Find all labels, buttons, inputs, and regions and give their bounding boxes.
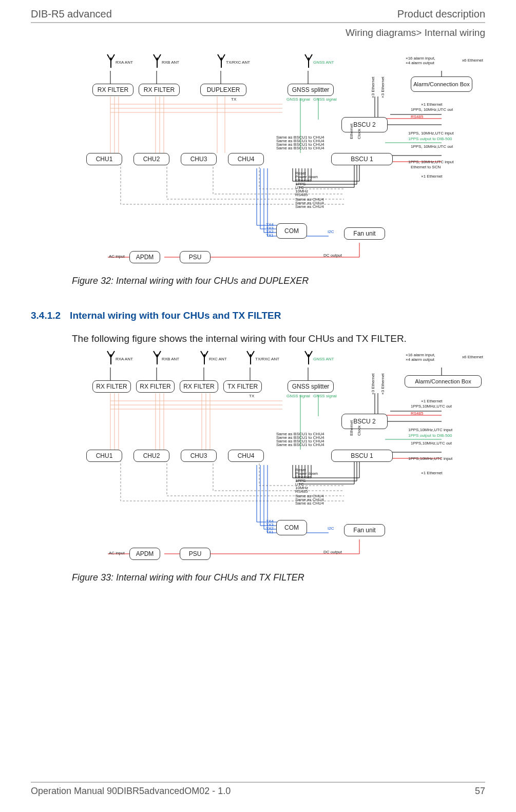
ac-input-33: AC input xyxy=(109,551,125,555)
bscu1-33: BSCU 1 xyxy=(331,450,393,462)
txrxc-ant-label: TX/RXC ANT xyxy=(226,60,250,65)
tx1-33: TX1 xyxy=(266,530,274,534)
pps-out-b-33: 1PPS,10MHz,UTC out xyxy=(411,441,452,446)
rxa-ant-label-33: RXA ANT xyxy=(116,357,133,361)
rxa-ant-label: RXA ANT xyxy=(116,60,133,65)
psu: PSU xyxy=(180,251,211,263)
rxb-ant-label: RXB ANT xyxy=(162,60,179,65)
x3-eth-a-33: ×3 Ethernet xyxy=(371,373,375,395)
tx-label: TX xyxy=(231,97,236,102)
same-b4-33: Same as BSCU1 to CHU4 xyxy=(276,442,324,447)
product-name: DIB-R5 advanced xyxy=(31,8,112,20)
pps-out-b: 1PPS, 10MHz,UTC out xyxy=(411,144,453,149)
gnss-ant-label: GNSS ANT xyxy=(313,60,334,65)
alarm-io-33: ×16 alarm input, ×4 alarm output xyxy=(406,353,435,362)
dc-output-label: DC output xyxy=(323,253,342,258)
figure-33-diagram: RXA ANT RXB ANT RXC ANT TX/RXC ANT GNSS … xyxy=(72,350,488,565)
rx-filter-2: RX FILTER xyxy=(139,84,180,96)
eth-scn: Ethernet to SCN xyxy=(411,165,441,169)
clock-vertical-33: Clock xyxy=(357,426,361,436)
fan-unit-33: Fan unit xyxy=(344,524,385,536)
gnss-ant-label-33: GNSS ANT xyxy=(313,357,334,361)
bscu1: BSCU 1 xyxy=(331,153,393,165)
rxc-ant-label-33: RXC ANT xyxy=(209,357,227,361)
gnss-signal-r-33: GNSS signal xyxy=(313,394,337,398)
x3-eth-a: ×3 Ethernet xyxy=(371,76,375,98)
bscu2-33: BSCU 2 xyxy=(341,414,388,429)
rx-filter-2-33: RX FILTER xyxy=(136,380,175,393)
gnss-splitter: GNSS splitter xyxy=(288,84,334,96)
rs485-small-33: RS485 xyxy=(295,489,308,494)
rs485-small: RS485 xyxy=(295,192,308,197)
rs485-side: RS485 xyxy=(411,114,423,119)
page-number: 57 xyxy=(475,786,485,797)
x3-eth-b-33: ×3 Ethernet xyxy=(380,373,385,395)
chu3: CHU3 xyxy=(181,153,217,165)
rx-filter-3-33: RX FILTER xyxy=(180,380,218,393)
dib500-label: 1PPS output to DIB-500 xyxy=(408,137,452,141)
chu2: CHU2 xyxy=(133,153,169,165)
rx-filter-1: RX FILTER xyxy=(92,84,133,96)
figure-32-caption: Figure 32: Internal wiring with four CHU… xyxy=(72,276,485,286)
gnss-splitter-33: GNSS splitter xyxy=(288,380,334,393)
ethernet-vertical: Ethernet xyxy=(349,124,354,139)
alarm-io-label: ×16 alarm input, ×4 alarm output xyxy=(406,56,435,65)
figure-33-caption: Figure 33: Internal wiring with four CHU… xyxy=(72,572,485,583)
section-intro: The following figure shows the internal … xyxy=(72,333,485,345)
x6-ethernet-33: x6 Ethernet xyxy=(462,355,483,359)
com-33: COM xyxy=(276,520,307,535)
footer-manual-id: Operation Manual 90DIBR5advancedOM02 - 1… xyxy=(31,786,231,797)
tx-filter-33: TX FILTER xyxy=(223,380,262,393)
apdm: APDM xyxy=(129,251,160,263)
fan-unit: Fan unit xyxy=(344,227,385,240)
ethernet-vertical-33: Ethernet xyxy=(349,420,354,435)
chu4: CHU4 xyxy=(228,153,264,165)
rxb-ant-label-33: RXB ANT xyxy=(162,357,179,361)
alarm-connection-box-33: Alarm/Connection Box xyxy=(405,375,482,388)
x6-ethernet-label: x6 Ethernet xyxy=(462,58,483,63)
pps-in-a: 1PPS, 10MHz,UTC input xyxy=(408,131,453,136)
chu4-33: CHU4 xyxy=(228,450,264,462)
gnss-signal-r: GNSS signal xyxy=(313,97,337,102)
section-name: Product description xyxy=(397,8,485,20)
figure-32-diagram: RXA ANT RXB ANT TX/RXC ANT GNSS ANT RX F… xyxy=(72,53,488,268)
same-c3: Same as CHU4 xyxy=(295,204,324,209)
gnss-signal-l: GNSS signal xyxy=(286,97,310,102)
alarm-connection-box: Alarm/Connection Box xyxy=(411,76,472,92)
same-b4: Same as BSCU1 to CHU4 xyxy=(276,146,324,150)
dc-output-33: DC output xyxy=(323,550,342,554)
x3-eth-b: ×3 Ethernet xyxy=(380,76,385,98)
chu3-33: CHU3 xyxy=(181,450,217,462)
section-number: 3.4.1.2 xyxy=(31,310,61,321)
x1-eth-b: ×1 Ethernet xyxy=(421,174,443,179)
chu2-33: CHU2 xyxy=(133,450,169,462)
rx-filter-1-33: RX FILTER xyxy=(92,380,131,393)
txrxc-ant-label-33: TX/RXC ANT xyxy=(255,357,279,361)
section-title: Internal wiring with four CHUs and TX FI… xyxy=(70,310,281,321)
clock-vertical: Clock xyxy=(357,129,361,139)
pps-in-b-33: 1PPS,10MHz,UTC input xyxy=(408,456,452,461)
apdm-33: APDM xyxy=(129,548,160,560)
x1-eth-a-33: ×1 Ethernet xyxy=(421,399,443,403)
gnss-signal-l-33: GNSS signal xyxy=(286,394,310,398)
i2c-label: I2C xyxy=(328,229,334,234)
same-c3-33: Same as CHU4 xyxy=(295,501,324,506)
chu1: CHU1 xyxy=(86,153,122,165)
bscu2: BSCU 2 xyxy=(341,117,388,132)
x1-eth-a: ×1 Ethernet xyxy=(421,102,443,107)
tx1-label: TX1 xyxy=(266,233,274,238)
chu1-33: CHU1 xyxy=(86,450,122,462)
x1-eth-b-33: ×1 Ethernet xyxy=(421,471,443,475)
breadcrumb: Wiring diagrams> Internal wiring xyxy=(31,27,485,38)
i2c-33: I2C xyxy=(328,526,334,531)
pps-out-a-33: 1PPS,10MHz,UTC out xyxy=(411,404,452,409)
ac-input-label: AC input xyxy=(109,254,125,259)
pps-in-b: 1PPS, 10MHz,UTC input xyxy=(408,160,453,164)
pps-out-a: 1PPS, 10MHz,UTC out xyxy=(411,107,453,112)
duplexer: DUPLEXER xyxy=(200,84,246,96)
pps-in-a-33: 1PPS,10MHz,UTC input xyxy=(408,428,452,432)
com: COM xyxy=(276,223,307,239)
tx-label-33: TX xyxy=(249,394,254,398)
dib500-33: 1PPS output to DIB-500 xyxy=(408,433,452,438)
rs485-side-33: RS485 xyxy=(411,411,423,416)
